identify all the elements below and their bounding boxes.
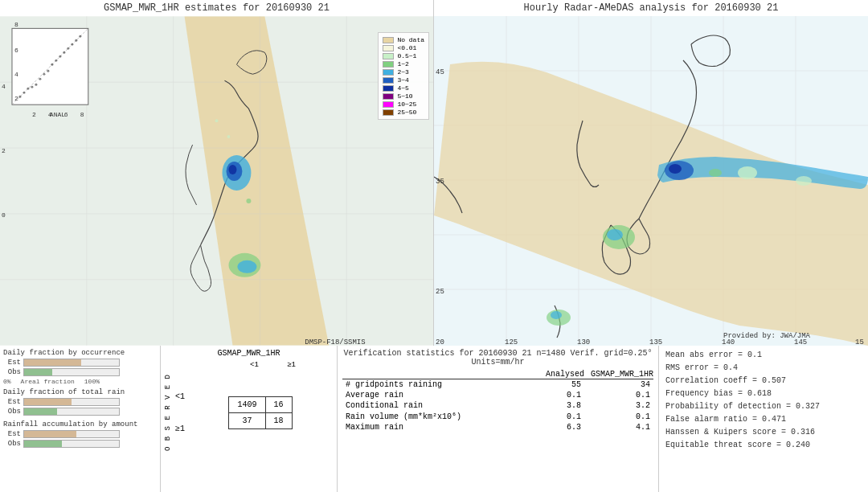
observed-text-column: O B S E R V E D [164,374,172,451]
rain-obs-label: Obs [3,408,23,416]
verif-row-label: Rain volume (mm*km²x10⁶) [342,411,515,422]
legend-item-10-25: 10~25 [383,100,424,108]
legend-label-4-5: 4~5 [397,84,408,92]
right-map-panel: Hourly Radar-AMeDAS analysis for 2016093… [434,0,868,346]
rain-fraction-title: Daily fraction of total rain [3,388,157,396]
cell-22: 18 [265,412,292,428]
legend-label-lt001: <0.01 [397,44,416,51]
verification-panel: Verification statistics for 20160930 21 … [338,346,659,492]
right-stat-line: Equitable threat score = 0.240 [665,439,862,452]
stats-section: Daily fraction by occurrence Est Obs 0% … [0,346,868,492]
map-legend: No data <0.01 0.5~1 1~2 [378,32,429,120]
verif-row-label: Average rain [342,390,515,400]
legend-item-2-3: 2~3 [383,68,424,76]
svg-point-13 [228,165,236,174]
svg-point-66 [551,311,562,319]
accum-est-row: Est [3,430,157,438]
svg-point-28 [47,70,49,72]
svg-text:125: 125 [505,338,518,346]
verif-row-analysed: 3.8 [515,400,584,411]
observed-label: O B S E R V E D [164,374,172,451]
verif-header-row: Analysed GSMAP_MWR_1HR [342,370,653,379]
svg-point-26 [39,78,41,80]
svg-text:2: 2 [2,147,6,154]
svg-point-34 [71,43,73,46]
right-stat-line: Hanssen & Kuipers score = 0.316 [665,426,862,439]
svg-text:4: 4 [48,111,52,118]
right-stat-line: Probability of detection = 0.327 [665,400,862,413]
right-map-svg: 45 35 25 20 125 130 135 140 145 15 Provi… [434,16,868,346]
svg-point-21 [18,96,21,98]
left-map-panel: GSMAP_MWR_1HR estimates for 20160930 21 [0,0,434,346]
svg-text:45: 45 [436,68,444,76]
occurrence-est-bar [23,359,120,367]
svg-text:4: 4 [2,83,6,90]
rain-est-bar [23,398,120,406]
occurrence-chart-title: Daily fraction by occurrence [3,349,157,357]
occurrence-chart: Daily fraction by occurrence Est Obs 0% … [3,349,157,385]
svg-text:20: 20 [436,338,444,346]
verif-row: Conditional rain 3.8 3.2 [342,400,653,411]
rain-est-fill [24,399,72,405]
svg-text:130: 130 [577,338,590,346]
verification-tbody: # gridpoints raining 55 34 Average rain … [342,379,653,433]
occurrence-axis: 0% Areal fraction 100% [3,378,100,385]
right-stat-line: Mean abs error = 0.1 [665,349,862,362]
svg-point-35 [75,39,77,42]
legend-label-25-50: 25~50 [397,109,416,116]
occurrence-est-label: Est [3,359,23,367]
contingency-col-headers: <1 ≥1 [164,361,334,369]
legend-color-1-2 [383,61,394,68]
maps-section: GSMAP_MWR_1HR estimates for 20160930 21 [0,0,868,346]
row-header-lt1: <1 [175,392,185,401]
contingency-col2: ≥1 [287,361,296,369]
svg-point-33 [67,47,69,50]
cell-12: 16 [265,396,292,412]
occurrence-est-row: Est [3,359,157,367]
svg-text:25: 25 [436,288,444,296]
svg-text:2: 2 [14,95,18,102]
rain-obs-bar [23,408,120,416]
accum-obs-fill [24,441,62,447]
svg-point-16 [215,119,219,122]
contingency-title: GSMAP_MWR_1HR [164,349,334,358]
verif-col-analysed: Analysed [515,370,584,379]
stats-left-panel: Daily fraction by occurrence Est Obs 0% … [0,346,161,492]
accum-est-fill [24,431,76,437]
svg-point-15 [237,260,256,273]
svg-text:8: 8 [14,21,18,28]
svg-point-64 [607,229,623,240]
legend-item-3-4: 3~4 [383,76,424,84]
contingency-table-wrapper: O B S E R V E D <1 ≥1 1409 16 37 18 [164,374,334,451]
occurrence-obs-bar [23,368,120,376]
right-stats-panel: Mean abs error = 0.1RMS error = 0.4Corre… [659,346,868,492]
svg-text:6: 6 [14,47,18,54]
accum-est-bar [23,430,120,438]
verif-col-gsmap: GSMAP_MWR_1HR [584,370,653,379]
legend-label-5-10: 5~10 [397,92,412,100]
legend-label-3-4: 3~4 [397,76,408,84]
main-container: GSMAP_MWR_1HR estimates for 20160930 21 [0,0,868,492]
occurrence-axis-end: 100% [84,378,100,385]
verif-row-analysed: 0.1 [515,411,584,422]
legend-color-2-3 [383,69,394,76]
accum-est-label: Est [3,430,23,438]
svg-text:2: 2 [32,111,36,118]
svg-point-23 [27,88,29,90]
verif-row-gsmap: 0.1 [584,411,653,422]
verif-row-gsmap: 0.1 [584,390,653,400]
accumulation-chart: Rainfall accumulation by amount Est Obs [3,420,157,449]
contingency-row-1: 1409 16 [229,396,292,412]
svg-text:ANAL: ANAL [50,111,65,118]
verif-row: # gridpoints raining 55 34 [342,379,653,391]
svg-point-36 [79,35,81,38]
legend-label-05-1: 0.5~1 [397,52,416,59]
verification-title: Verification statistics for 20160930 21 … [342,349,653,367]
contingency-panel: GSMAP_MWR_1HR <1 ≥1 O B S E R V E D <1 ≥… [161,346,338,492]
contingency-table: 1409 16 37 18 [228,396,292,429]
verif-row-label: Maximum rain [342,422,515,433]
legend-item-nodata: No data [383,36,424,43]
right-stat-line: False alarm ratio = 0.471 [665,413,862,426]
accum-obs-label: Obs [3,440,23,448]
svg-point-24 [31,86,33,88]
